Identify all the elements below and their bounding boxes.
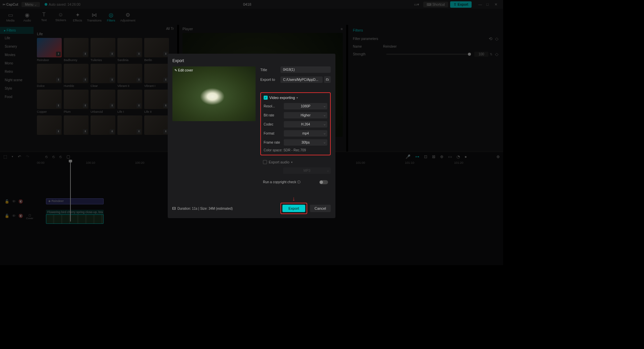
filter-thumb[interactable]: ⬇Tuileries xyxy=(91,38,115,62)
player-menu-icon[interactable]: ≡ xyxy=(341,27,343,31)
filter-thumb[interactable]: ⬇Life I xyxy=(117,90,142,113)
playhead[interactable] xyxy=(70,161,71,221)
filter-thumb[interactable]: ⬇Vibrant II xyxy=(117,64,142,88)
exportto-input[interactable]: C:/Users/MyPC/AppD... xyxy=(280,77,323,83)
download-icon[interactable]: ⬇ xyxy=(56,129,61,134)
close-icon[interactable]: ✕ xyxy=(494,2,498,6)
sidebar-header[interactable]: ▸ Filters xyxy=(0,27,34,34)
cover-button[interactable]: ▢Cover xyxy=(26,214,34,220)
download-icon[interactable]: ⬇ xyxy=(110,78,114,82)
download-icon[interactable]: ⬇ xyxy=(137,103,141,108)
sidebar-item-style[interactable]: Style xyxy=(0,84,34,93)
filter-thumb[interactable]: ⬇Vibrant I xyxy=(144,64,169,88)
nav-effects[interactable]: ✦Effects xyxy=(69,12,86,22)
split-right-icon[interactable]: ⎋ xyxy=(59,154,62,159)
download-icon[interactable]: ⬇ xyxy=(163,103,168,108)
audio-export-header[interactable]: Export audio ▾ xyxy=(263,160,331,164)
filter-thumb[interactable]: ⬇ xyxy=(91,115,115,136)
split-left-icon[interactable]: ⎋ xyxy=(52,154,55,159)
nav-adjustment[interactable]: ⚙Adjustment xyxy=(119,12,136,22)
dropdown-icon[interactable]: ▾ xyxy=(12,155,13,158)
video-export-checkbox[interactable]: ✓ xyxy=(264,96,268,100)
tool-icon-2[interactable]: ▭ xyxy=(448,154,452,159)
magnet-icon[interactable]: ⊶ xyxy=(415,154,419,159)
mute-icon[interactable]: 🔇 xyxy=(18,199,23,204)
filter-clip[interactable]: ◈ Reindeer xyxy=(46,198,104,204)
all-toggle[interactable]: All xyxy=(166,27,170,31)
select-tool-icon[interactable]: ⬚ xyxy=(3,154,7,159)
nav-audio[interactable]: ◉Audio xyxy=(19,12,36,22)
download-icon[interactable]: ⬇ xyxy=(110,129,114,134)
download-icon[interactable]: ⬇ xyxy=(56,52,61,56)
video-clip[interactable]: Flowering bird cherry spring close-up, b… xyxy=(46,210,104,224)
filter-thumb[interactable]: ⬇Copper xyxy=(37,90,62,113)
download-icon[interactable]: ⬇ xyxy=(110,103,114,108)
tool-icon-1[interactable]: ⊕ xyxy=(440,154,443,159)
stepper-icon[interactable]: ⇅ xyxy=(490,52,492,56)
cancel-button[interactable]: Cancel xyxy=(310,205,331,212)
layout-icon[interactable]: ▭▾ xyxy=(414,2,419,7)
menu-button[interactable]: Menu ⌵ xyxy=(21,2,40,7)
cover-preview[interactable]: ✎ Edit cover xyxy=(172,66,256,121)
maximize-icon[interactable]: □ xyxy=(486,2,490,6)
opt-select[interactable]: 1080P xyxy=(284,103,327,109)
download-icon[interactable]: ⬇ xyxy=(83,52,88,56)
download-icon[interactable]: ⬇ xyxy=(163,78,168,82)
filter-thumb[interactable]: ⬇Badbunny xyxy=(64,38,89,62)
nav-stickers[interactable]: ☺Stickers xyxy=(52,12,69,22)
sidebar-item-retro[interactable]: Retro xyxy=(0,67,34,76)
redo-icon[interactable]: ↷ xyxy=(26,154,29,159)
sidebar-item-night[interactable]: Night scene xyxy=(0,76,34,84)
reset-icon[interactable]: ⟲ xyxy=(489,36,492,41)
filter-thumb[interactable]: ⬇Sardinia xyxy=(117,38,142,62)
nav-transitions[interactable]: ⋈Transitions xyxy=(86,12,103,22)
strength-value[interactable]: 100 xyxy=(474,52,488,57)
delete-icon[interactable]: ▢ xyxy=(66,154,70,159)
download-icon[interactable]: ⬇ xyxy=(83,129,88,134)
mic-icon[interactable]: 🎤 xyxy=(406,154,411,159)
filter-thumb[interactable]: ⬇Clear xyxy=(91,64,115,88)
strength-slider[interactable] xyxy=(386,54,471,55)
reset-all-icon[interactable]: ◇ xyxy=(495,36,498,41)
download-icon[interactable]: ⬇ xyxy=(56,103,61,108)
filter-thumb[interactable]: ⬇Dolce xyxy=(37,64,62,88)
undo-icon[interactable]: ↶ xyxy=(18,154,21,159)
edit-cover-button[interactable]: ✎ Edit cover xyxy=(174,68,193,72)
eye-icon-2[interactable]: 👁 xyxy=(12,214,16,220)
lock-icon-2[interactable]: 🔓 xyxy=(5,214,9,220)
opt-select[interactable]: 30fps xyxy=(284,139,327,146)
filter-thumb[interactable]: ⬇Reindeer xyxy=(37,38,62,62)
sidebar-item-movies[interactable]: Movies xyxy=(0,51,34,59)
nav-media[interactable]: ▭Media xyxy=(2,12,19,22)
sidebar-item-life[interactable]: Life xyxy=(0,34,34,42)
export-button-top[interactable]: ⇪ Export xyxy=(450,1,472,8)
download-icon[interactable]: ⬇ xyxy=(137,78,141,82)
filter-thumb[interactable]: ⬇Plum xyxy=(64,90,89,113)
download-icon[interactable]: ⬇ xyxy=(83,103,88,108)
download-icon[interactable]: ⬇ xyxy=(163,129,168,134)
sidebar-item-mono[interactable]: Mono xyxy=(0,59,34,67)
tool-icon-4[interactable]: ● xyxy=(465,154,467,159)
nav-text[interactable]: TText xyxy=(36,12,52,22)
download-icon[interactable]: ⬇ xyxy=(137,52,141,56)
tool-icon-3[interactable]: ◔ xyxy=(457,154,460,159)
filter-thumb[interactable]: ⬇Life II xyxy=(144,90,169,113)
mute-icon-2[interactable]: 🔇 xyxy=(18,214,23,220)
link-icon[interactable]: ⊡ xyxy=(424,154,427,159)
sidebar-item-scenery[interactable]: Scenery xyxy=(0,42,34,51)
filter-thumb[interactable]: ⬇ xyxy=(64,115,89,136)
zoom-icon[interactable]: ⊕ xyxy=(496,154,500,159)
folder-icon[interactable]: 🗀 xyxy=(324,76,331,83)
opt-select[interactable]: Higher xyxy=(284,112,327,118)
filter-thumb[interactable]: ⬇Urbanoid xyxy=(91,90,115,113)
download-icon[interactable]: ⬇ xyxy=(137,129,141,134)
preview-icon[interactable]: ⊠ xyxy=(432,154,435,159)
download-icon[interactable]: ⬇ xyxy=(56,78,61,82)
export-button[interactable]: Export xyxy=(282,205,305,212)
opt-select[interactable]: H.264 xyxy=(284,121,327,128)
title-input[interactable]: 0418(1) xyxy=(280,66,331,73)
copyright-toggle[interactable] xyxy=(319,180,328,184)
download-icon[interactable]: ⬇ xyxy=(110,52,114,56)
filter-thumb[interactable]: ⬇ xyxy=(144,115,169,136)
filter-thumb[interactable]: ⬇ xyxy=(37,115,62,136)
